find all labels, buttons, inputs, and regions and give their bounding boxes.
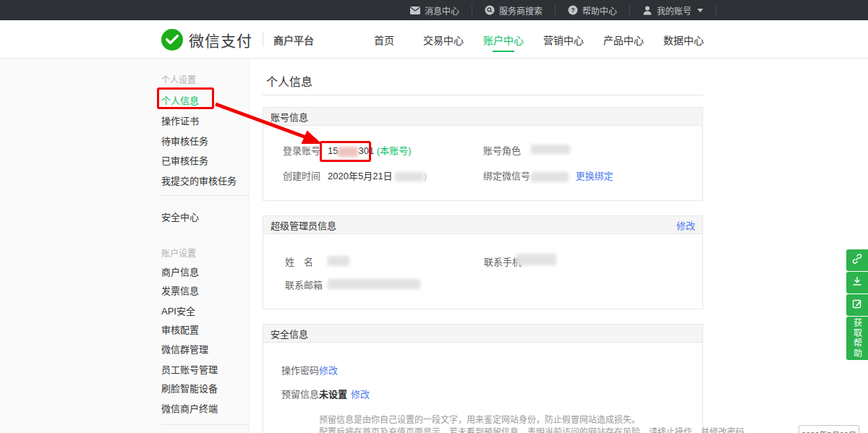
provider-search-label: 服务商搜索: [499, 4, 542, 17]
operation-password-edit-link[interactable]: 修改: [319, 363, 338, 377]
nav-account-center[interactable]: 账户中心: [478, 20, 529, 59]
masked-created-time: [395, 172, 424, 181]
my-account-item[interactable]: 我的账号: [630, 0, 715, 20]
floating-help-widget: 获取帮助: [846, 249, 868, 360]
admin-name-label: 姓 名: [285, 254, 313, 268]
account-info-card-title: 账号信息: [271, 110, 308, 124]
created-time-value: 2020年5月21日): [328, 168, 427, 182]
change-binding-link[interactable]: 更换绑定: [576, 171, 613, 181]
sidebar-divider: [161, 195, 250, 196]
sidebar-item-api-security[interactable]: API安全: [161, 304, 195, 317]
brand-divider: [263, 33, 263, 47]
account-role-value: [531, 143, 570, 154]
sidebar-item-reviewed-tasks[interactable]: 已审核任务: [161, 153, 208, 167]
security-info-card: 安全信息 操作密码 修改 预留信息 未设置 修改 预留信息是由你自己设置的一段文…: [263, 324, 703, 433]
user-icon: [642, 5, 652, 15]
sidebar-item-review-config[interactable]: 审核配置: [161, 322, 199, 336]
date-tooltip: 2020年5月22日: [799, 425, 859, 433]
brand-name: 微信支付: [189, 29, 252, 51]
site-header: 微信支付 商户平台 首页 交易中心 账户中心 营销中心 产品中心 数据中心: [0, 20, 868, 59]
sidebar-item-wechat-group-management[interactable]: 微信群管理: [161, 342, 208, 356]
nav-transaction-center[interactable]: 交易中心: [418, 20, 469, 59]
sidebar-item-operation-certificate[interactable]: 操作证书: [161, 113, 199, 127]
sidebar-item-security-center[interactable]: 安全中心: [161, 210, 199, 223]
super-admin-card-header: 超级管理员信息 修改: [263, 216, 702, 234]
sidebar-item-pending-review-tasks[interactable]: 待审核任务: [161, 134, 208, 147]
nav-data-center[interactable]: 数据中心: [658, 20, 709, 59]
masked-admin-name: [328, 256, 349, 266]
nav-home[interactable]: 首页: [369, 20, 399, 59]
account-info-card-header: 账号信息: [263, 108, 702, 126]
search-circle-icon: [485, 5, 495, 15]
description-line: 预留信息是由你自己设置的一段文字，用来鉴定网站身份，防止假冒网站造成损失。: [319, 414, 753, 426]
help-center-item[interactable]: ? 帮助中心: [556, 0, 629, 20]
provider-search-item[interactable]: 服务商搜索: [472, 0, 555, 20]
sidebar-section-personal-settings: 个人设置: [161, 73, 196, 85]
bound-wechat-value: 更换绑定: [531, 168, 613, 182]
sidebar-section-account-settings: 账户设置: [161, 246, 196, 259]
brand-subtitle: 商户平台: [273, 33, 314, 47]
help-center-label: 帮助中心: [582, 4, 617, 17]
account-role-label: 账号角色: [483, 143, 521, 157]
main-nav: 首页 交易中心 账户中心 营销中心 产品中心 数据中心: [369, 20, 709, 59]
page-title: 个人信息: [266, 72, 312, 90]
current-account-tag: (本账号): [377, 145, 412, 156]
edit-icon: [852, 299, 862, 312]
super-admin-card-title: 超级管理员信息: [271, 218, 336, 232]
mail-icon: [410, 5, 420, 15]
sidebar-divider: [161, 424, 250, 425]
description-line: 配置后将在首页及充值页面显示。若未看到预留信息，表明当前访问的网站存在风险，请终…: [319, 426, 753, 433]
reserved-info-status: 未设置: [319, 387, 347, 400]
login-account-suffix: 301: [358, 145, 374, 156]
security-info-card-body: 操作密码 修改 预留信息 未设置 修改 预留信息是由你自己设置的一段文字，用来鉴…: [263, 343, 702, 433]
nav-product-center[interactable]: 产品中心: [598, 20, 649, 59]
masked-admin-email: [328, 279, 420, 289]
sidebar-item-face-smart-device[interactable]: 刷脸智能设备: [161, 381, 218, 395]
link-button[interactable]: [846, 249, 868, 271]
super-admin-card: 超级管理员信息 修改 姓 名 联系手机 联系邮箱: [263, 215, 703, 309]
help-circle-icon: ?: [568, 5, 578, 15]
masked-account-role: [531, 145, 570, 154]
login-account-value: 15301 (本账号): [328, 143, 411, 157]
sidebar-item-wechat-merchant-terminal[interactable]: 微信商户终端: [161, 401, 218, 415]
message-center-item[interactable]: 消息中心: [398, 0, 472, 20]
page: 消息中心 服务商搜索 ? 帮助中心 我的账号: [0, 0, 868, 433]
reserved-info-edit-link[interactable]: 修改: [351, 387, 370, 400]
sidebar-item-my-submitted-tasks[interactable]: 我提交的审核任务: [161, 173, 237, 187]
download-icon: [852, 276, 862, 289]
bound-wechat-label: 绑定微信号: [483, 168, 530, 182]
created-time-suffix: ): [424, 171, 427, 181]
top-utility-items: 消息中心 服务商搜索 ? 帮助中心 我的账号: [398, 0, 716, 20]
nav-marketing-center[interactable]: 营销中心: [538, 20, 589, 59]
svg-text:?: ?: [571, 7, 575, 14]
brand: 微信支付 商户平台: [161, 20, 314, 59]
get-help-button[interactable]: 获取帮助: [846, 317, 868, 360]
sidebar-item-personal-info[interactable]: 个人信息: [161, 93, 199, 107]
created-date: 2020年5月21日: [328, 171, 393, 181]
created-time-label: 创建时间: [283, 168, 320, 182]
security-info-card-title: 安全信息: [271, 327, 308, 340]
my-account-label: 我的账号: [657, 4, 692, 17]
masked-wechat-id: [531, 172, 569, 182]
chevron-down-icon: [697, 9, 703, 12]
link-icon: [852, 254, 862, 267]
feedback-button[interactable]: [846, 294, 868, 316]
operation-password-label: 操作密码: [281, 363, 319, 377]
download-button[interactable]: [846, 272, 868, 293]
admin-email-value: [328, 278, 420, 289]
admin-name-value: [328, 254, 349, 266]
reserved-info-description: 预留信息是由你自己设置的一段文字，用来鉴定网站身份，防止假冒网站造成损失。 配置…: [319, 414, 753, 433]
sidebar-item-invoice-info[interactable]: 发票信息: [161, 283, 199, 297]
admin-phone-value: [516, 253, 556, 265]
super-admin-edit-link[interactable]: 修改: [676, 218, 695, 232]
sidebar: 个人设置 个人信息 操作证书 待审核任务 已审核任务 我提交的审核任务 安全中心…: [0, 59, 250, 433]
reserved-info-label: 预留信息: [281, 387, 319, 400]
super-admin-card-body: 姓 名 联系手机 联系邮箱: [263, 234, 702, 309]
sidebar-item-merchant-info[interactable]: 商户信息: [161, 265, 199, 278]
login-account-prefix: 15: [328, 145, 338, 156]
wechat-pay-logo: [161, 29, 183, 51]
sidebar-item-staff-account-management[interactable]: 员工账号管理: [161, 362, 218, 376]
account-info-card: 账号信息 登录账号 15301 (本账号) 账号角色 创建时间 2020年5月2…: [263, 107, 703, 201]
admin-email-label: 联系邮箱: [285, 278, 323, 291]
security-info-card-header: 安全信息: [263, 325, 702, 343]
